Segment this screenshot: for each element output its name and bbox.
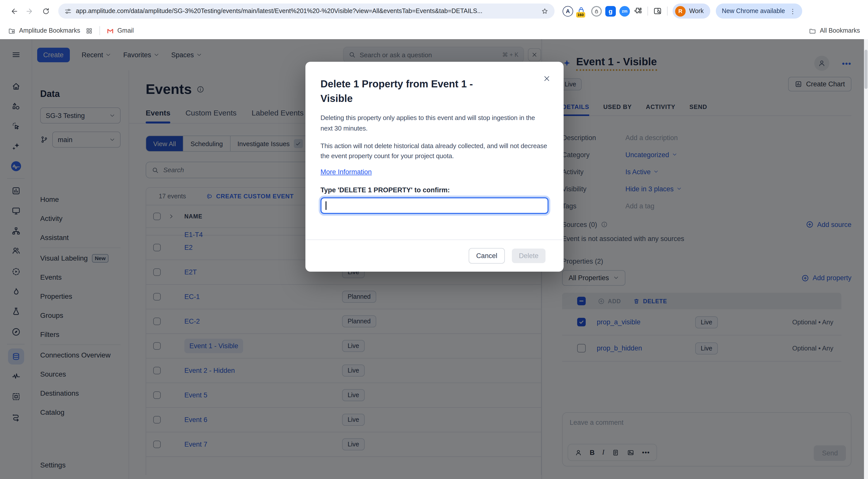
folder-icon [809, 27, 816, 34]
bookmark-star-icon[interactable] [541, 7, 549, 15]
modal-paragraph: Deleting this property only applies to t… [320, 113, 549, 134]
extensions-area: A 160 g zm R Work New Chrome available ⋮ [563, 3, 802, 19]
screen: app.amplitude.com/data/amplitude/SG-3%20… [0, 0, 868, 479]
confirm-input[interactable] [320, 197, 549, 214]
browser-chrome: app.amplitude.com/data/amplitude/SG-3%20… [0, 0, 868, 39]
tab-search-icon[interactable] [653, 6, 662, 15]
url-bar[interactable]: app.amplitude.com/data/amplitude/SG-3%20… [58, 3, 555, 19]
text-caret [326, 201, 326, 210]
extension-grammarly-icon[interactable]: g [605, 6, 616, 16]
forward-icon[interactable] [23, 4, 36, 18]
extension-badge: 160 [576, 12, 585, 18]
all-bookmarks[interactable]: All Bookmarks [809, 27, 860, 34]
extensions-puzzle-icon[interactable] [633, 6, 643, 15]
extension-password-icon[interactable] [591, 6, 602, 16]
modal-title: Delete 1 Property from Event 1 - Visible [320, 77, 486, 106]
reload-icon[interactable] [39, 4, 52, 18]
bookmark-gmail[interactable]: Gmail [106, 27, 134, 34]
extension-lock-icon[interactable]: 160 [577, 5, 588, 17]
delete-button[interactable]: Delete [512, 249, 546, 263]
chrome-update-pill[interactable]: New Chrome available ⋮ [716, 3, 802, 19]
scrollbar-thumb[interactable] [865, 50, 868, 89]
back-icon[interactable] [7, 4, 20, 18]
avatar: R [675, 6, 686, 16]
bookmarks-separator [99, 26, 100, 35]
kebab-menu-icon[interactable]: ⋮ [789, 7, 796, 15]
bookmarks-bar: Amplitude Bookmarks Gmail All Bookmarks [0, 22, 868, 39]
apps-grid-icon[interactable] [85, 27, 93, 34]
confirm-label: Type 'DELETE 1 PROPERTY' to confirm: [320, 186, 549, 194]
page-viewport: Create Recent Favorites Spaces Search or… [0, 39, 868, 479]
profile-chip[interactable]: R Work [673, 3, 710, 19]
page-scrollbar[interactable] [864, 39, 868, 479]
delete-property-modal: Delete 1 Property from Event 1 - Visible… [305, 62, 564, 272]
folder-gear-icon [8, 27, 16, 34]
toolbar-separator [667, 6, 668, 15]
close-icon[interactable] [543, 75, 551, 82]
extension-zoom-icon[interactable]: zm [619, 6, 630, 16]
more-information-link[interactable]: More Information [320, 168, 372, 176]
cancel-button[interactable]: Cancel [469, 248, 505, 264]
toolbar-separator [648, 6, 648, 15]
bookmark-folder[interactable]: Amplitude Bookmarks [8, 27, 80, 34]
url-text[interactable]: app.amplitude.com/data/amplitude/SG-3%20… [76, 7, 537, 14]
extension-a-icon[interactable]: A [563, 6, 573, 16]
modal-paragraph: This action will not delete historical d… [320, 141, 549, 162]
site-settings-icon[interactable] [64, 7, 72, 15]
browser-toolbar: app.amplitude.com/data/amplitude/SG-3%20… [0, 0, 868, 22]
gmail-icon [106, 27, 114, 34]
